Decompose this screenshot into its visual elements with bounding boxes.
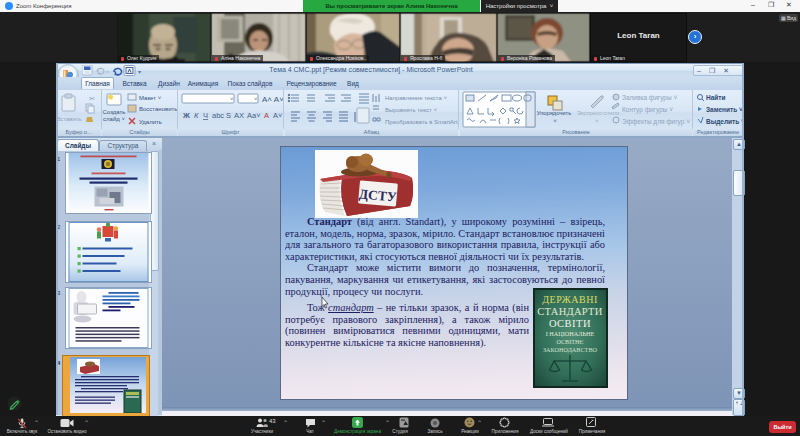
- svg-text:Удалить: Удалить: [139, 119, 162, 125]
- svg-text:Ж: Ж: [182, 111, 190, 120]
- svg-text:ОСВІТИ: ОСВІТИ: [549, 318, 591, 329]
- svg-text:▾: ▾: [138, 69, 141, 75]
- svg-text:Упорядочить: Упорядочить: [537, 110, 572, 116]
- svg-text:Преобразовать в SmartArt ˅: Преобразовать в SmartArt ˅: [385, 119, 458, 125]
- svg-text:слайд ˅: слайд ˅: [103, 116, 125, 122]
- svg-text:Заменить ˅: Заменить ˅: [706, 106, 743, 113]
- svg-text:A˄ A˅: A˄ A˅: [262, 95, 283, 104]
- svg-text:Выделить ˅: Выделить ˅: [706, 118, 743, 126]
- svg-text:˅: ˅: [553, 118, 557, 124]
- svg-text:А˅: А˅: [273, 111, 282, 120]
- svg-text:Макет ˅: Макет ˅: [139, 95, 162, 101]
- svg-text:АХ: АХ: [234, 111, 244, 120]
- svg-text:Создать: Создать: [103, 109, 126, 115]
- svg-text:Экспресс-стили: Экспресс-стили: [577, 110, 619, 116]
- svg-text:Выровнять текст ˅: Выровнять текст ˅: [385, 107, 437, 113]
- svg-text:ДЕРЖАВНІ: ДЕРЖАВНІ: [542, 294, 598, 305]
- svg-text:Ч: Ч: [203, 111, 208, 120]
- svg-text:Направление текста ˅: Направление текста ˅: [385, 95, 448, 101]
- svg-text:✂: ✂: [89, 95, 95, 102]
- svg-text:К: К: [194, 111, 199, 120]
- svg-text:˅: ˅: [230, 96, 234, 102]
- svg-text:ЗАКОНОДАВСТВО: ЗАКОНОДАВСТВО: [543, 346, 597, 353]
- svg-text:ОСВІТНЄ: ОСВІТНЄ: [556, 338, 583, 345]
- svg-text:Восстановить: Восстановить: [139, 106, 177, 112]
- svg-text:Найти: Найти: [706, 94, 725, 101]
- svg-text:˅: ˅: [595, 118, 599, 124]
- svg-text:Заливка фигуры ˅: Заливка фигуры ˅: [622, 94, 677, 102]
- svg-text:СТАНДАРТИ: СТАНДАРТИ: [537, 306, 603, 317]
- svg-text:Эффекты для фигур ˅: Эффекты для фигур ˅: [622, 118, 690, 126]
- svg-text:˅: ˅: [254, 96, 258, 102]
- svg-text:І НАЦІОНАЛЬНЕ: І НАЦІОНАЛЬНЕ: [546, 330, 595, 337]
- svg-text:А: А: [264, 111, 269, 120]
- svg-text:Вставить: Вставить: [56, 116, 81, 122]
- svg-text:S: S: [226, 111, 231, 120]
- svg-text:abc: abc: [212, 111, 224, 120]
- svg-text:Аа˅: Аа˅: [247, 111, 261, 120]
- svg-text:Контур фигуры ˅: Контур фигуры ˅: [622, 106, 673, 114]
